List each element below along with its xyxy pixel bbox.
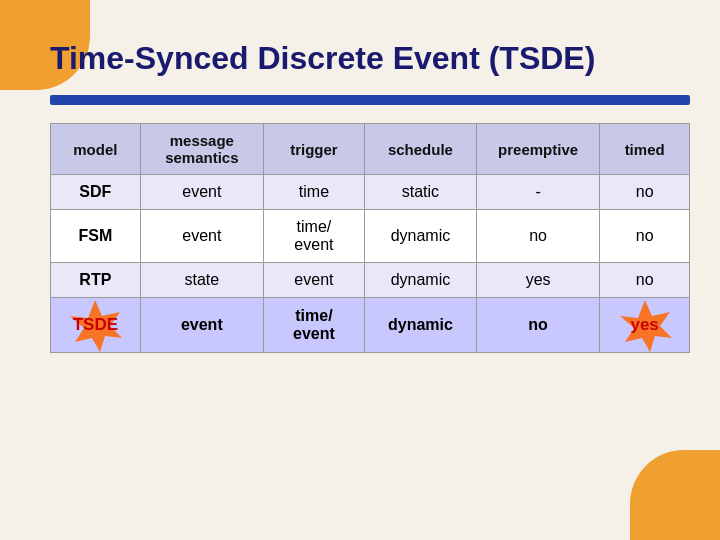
table-header-row: model messagesemantics trigger schedule … — [51, 124, 690, 175]
cell-rtp-timed: no — [600, 263, 690, 298]
col-header-message: messagesemantics — [140, 124, 263, 175]
cell-sdf-timed: no — [600, 175, 690, 210]
comparison-table: model messagesemantics trigger schedule … — [50, 123, 690, 353]
cell-tsde-trigger: time/event — [263, 298, 364, 353]
cell-fsm-preemptive: no — [476, 210, 599, 263]
cell-tsde-model: TSDE — [51, 298, 141, 353]
cell-fsm-message: event — [140, 210, 263, 263]
page-title: Time-Synced Discrete Event (TSDE) — [50, 40, 690, 77]
yes-label: yes — [630, 315, 658, 335]
cell-fsm-model: FSM — [51, 210, 141, 263]
table-row-rtp: RTP state event dynamic yes no — [51, 263, 690, 298]
col-header-model: model — [51, 124, 141, 175]
table-row-tsde: TSDE event time/event dynamic no yes — [51, 298, 690, 353]
cell-rtp-trigger: event — [263, 263, 364, 298]
cell-tsde-timed: yes — [600, 298, 690, 353]
cell-sdf-trigger: time — [263, 175, 364, 210]
cell-fsm-timed: no — [600, 210, 690, 263]
cell-tsde-schedule: dynamic — [364, 298, 476, 353]
main-content: Time-Synced Discrete Event (TSDE) model … — [50, 40, 690, 353]
deco-bottomright — [630, 450, 720, 540]
cell-fsm-schedule: dynamic — [364, 210, 476, 263]
cell-tsde-message: event — [140, 298, 263, 353]
blue-divider-bar — [50, 95, 690, 105]
col-header-trigger: trigger — [263, 124, 364, 175]
cell-fsm-trigger: time/event — [263, 210, 364, 263]
cell-rtp-schedule: dynamic — [364, 263, 476, 298]
cell-sdf-model: SDF — [51, 175, 141, 210]
tsde-label: TSDE — [73, 315, 118, 335]
table-row-fsm: FSM event time/event dynamic no no — [51, 210, 690, 263]
cell-sdf-schedule: static — [364, 175, 476, 210]
page-background: Time-Synced Discrete Event (TSDE) model … — [0, 0, 720, 540]
cell-rtp-model: RTP — [51, 263, 141, 298]
cell-rtp-preemptive: yes — [476, 263, 599, 298]
yes-starburst: yes — [610, 298, 680, 352]
table-row-sdf: SDF event time static - no — [51, 175, 690, 210]
tsde-starburst: TSDE — [60, 298, 130, 352]
cell-tsde-preemptive: no — [476, 298, 599, 353]
cell-sdf-preemptive: - — [476, 175, 599, 210]
cell-rtp-message: state — [140, 263, 263, 298]
cell-sdf-message: event — [140, 175, 263, 210]
col-header-preemptive: preemptive — [476, 124, 599, 175]
col-header-timed: timed — [600, 124, 690, 175]
col-header-schedule: schedule — [364, 124, 476, 175]
